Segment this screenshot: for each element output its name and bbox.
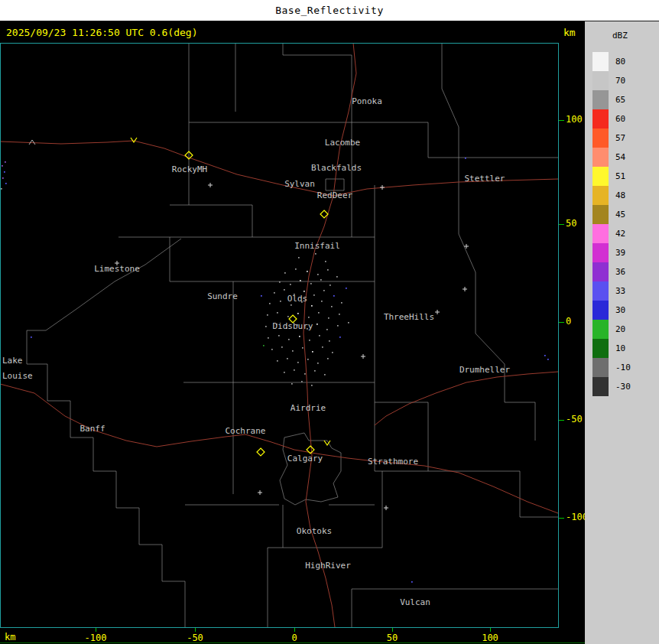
radar-echo-pixel <box>297 362 299 363</box>
radar-echo-pixel <box>309 340 310 341</box>
right-axis-tick-label: 0 <box>566 316 571 327</box>
legend-entry: 33 <box>592 281 631 301</box>
city-label: RockyMH <box>172 164 207 174</box>
radar-echo-pixel <box>328 317 330 319</box>
radar-echo-pixel <box>321 301 323 302</box>
county-boundary-line <box>375 471 558 517</box>
radar-echo-pixel <box>341 302 342 304</box>
radar-echo-pixel <box>284 289 285 291</box>
city-label: Lake <box>2 356 23 366</box>
legend-entry: 36 <box>592 262 631 281</box>
legend-value: 51 <box>615 171 625 181</box>
radar-echo-pixel <box>277 360 278 362</box>
bottom-axis-tick <box>392 628 393 632</box>
legend-value: 48 <box>615 190 625 200</box>
radar-echo-pixel <box>465 158 466 159</box>
radar-map-canvas: PonokaLacombeBlackfaldsSylvanRedDeerStet… <box>0 43 559 628</box>
town-plus-marker <box>435 310 440 314</box>
legend-value: 57 <box>615 133 625 143</box>
radar-site-marker <box>257 448 265 456</box>
legend-swatch <box>592 167 609 186</box>
legend-entry: 65 <box>592 90 631 109</box>
radar-echo-pixel <box>326 329 328 330</box>
legend-entry: 54 <box>592 148 631 167</box>
radar-echo-pixel <box>547 359 549 360</box>
radar-echo-pixel <box>318 312 320 314</box>
right-axis-tick-label: 100 <box>566 114 583 125</box>
bottom-axis-tick <box>294 628 295 632</box>
city-label: Stettler <box>465 174 505 184</box>
city-label: Airdrie <box>291 403 326 413</box>
radar-echo-pixel <box>319 335 320 337</box>
legend-swatch <box>592 52 609 71</box>
city-label: Cochrane <box>226 426 266 436</box>
right-axis-tick <box>559 420 564 421</box>
legend-swatch <box>592 186 609 205</box>
city-label: Okotoks <box>297 526 332 536</box>
legend-entry: 80 <box>592 52 631 71</box>
city-label: Vulcan <box>400 597 430 607</box>
radar-echo-pixel <box>301 381 303 382</box>
radar-echo-pixel <box>295 268 297 270</box>
legend-swatch <box>592 377 609 396</box>
radar-echo-pixel <box>324 374 326 376</box>
bottom-axis-tick <box>96 628 96 632</box>
radar-echo-pixel <box>325 261 326 262</box>
legend-swatch <box>592 243 609 262</box>
highway-line <box>333 43 356 196</box>
legend-entry: 60 <box>592 109 631 128</box>
radar-echo-pixel <box>281 346 283 348</box>
legend-value: 36 <box>615 267 625 277</box>
radar-display[interactable]: PonokaLacombeBlackfaldsSylvanRedDeerStet… <box>0 43 559 628</box>
radar-echo-pixel <box>278 335 280 337</box>
radar-application-window: Base_Reflectivity 2025/09/23 11:26:50 UT… <box>0 0 659 644</box>
legend-entry: -30 <box>592 377 631 396</box>
legend-entry: 42 <box>592 224 631 243</box>
legend-value: -30 <box>615 382 631 392</box>
legend-swatch <box>592 339 609 358</box>
radar-echo-pixel <box>263 345 265 346</box>
bottom-axis-tick <box>195 628 196 632</box>
legend-value: 70 <box>615 76 625 86</box>
legend-swatch <box>592 281 609 301</box>
radar-echo-pixel <box>291 383 293 385</box>
radar-echo-pixel <box>307 359 309 360</box>
radar-echo-pixel <box>284 372 285 373</box>
radar-echo-pixel <box>290 284 291 285</box>
city-label: Strathmore <box>368 457 418 467</box>
legend-value: 80 <box>615 57 625 67</box>
radar-echo-pixel <box>297 313 299 314</box>
radar-echo-pixel <box>292 350 294 352</box>
info-bar: 2025/09/23 11:26:50 UTC 0.6(deg) km <box>0 21 585 43</box>
city-label: Sylvan <box>284 179 315 189</box>
city-label: Calgary <box>287 454 323 463</box>
highway-line <box>375 372 558 425</box>
town-plus-marker <box>208 183 213 187</box>
legend-swatch <box>592 128 609 148</box>
right-axis-tick <box>559 120 564 121</box>
radar-echo-pixel <box>5 183 7 184</box>
radar-echo-pixel <box>261 295 262 297</box>
town-plus-marker <box>384 506 388 510</box>
legend-entry: 30 <box>592 301 631 320</box>
city-label: Banff <box>80 424 105 434</box>
radar-echo-pixel <box>291 304 292 306</box>
radar-echo-pixel <box>279 281 281 283</box>
radar-echo-pixel <box>277 312 278 314</box>
radar-echo-pixel <box>302 347 304 349</box>
right-axis-tick-label: 50 <box>566 218 576 229</box>
legend-swatch <box>592 320 609 339</box>
legend-value: 54 <box>615 152 625 162</box>
bottom-axis-tick-label: 100 <box>473 633 507 643</box>
county-boundary-line <box>459 234 535 441</box>
legend-value: 20 <box>615 324 625 334</box>
radar-echo-pixel <box>544 355 546 356</box>
city-label: Ponoka <box>352 96 382 106</box>
legend-entry: 10 <box>592 339 631 358</box>
town-plus-marker <box>361 354 365 359</box>
radar-echo-pixel <box>337 325 339 327</box>
bottom-axis-unit: km <box>5 632 15 642</box>
radar-echo-pixel <box>31 337 32 338</box>
radar-echo-pixel <box>307 271 308 272</box>
legend-swatch <box>592 358 609 377</box>
